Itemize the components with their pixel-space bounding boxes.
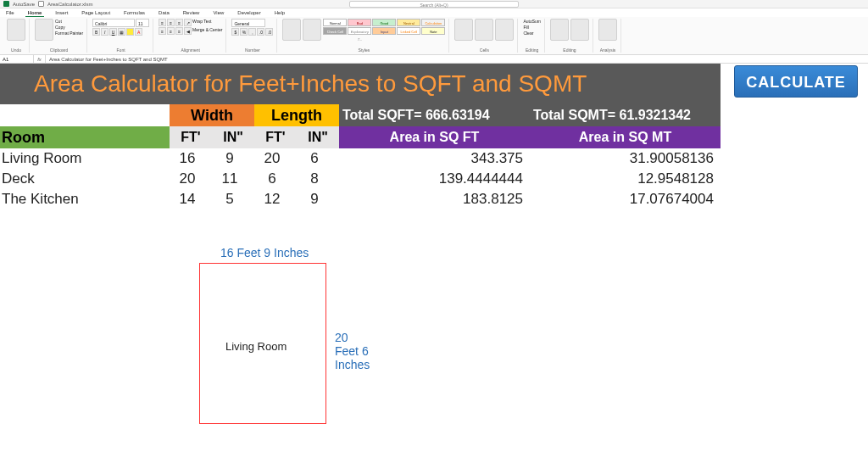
font-size-select[interactable]: 11 [136,19,149,27]
format-cells-icon[interactable] [495,19,514,41]
cell-room-name[interactable]: Living Room [0,148,170,169]
font-color-button[interactable]: A [135,28,142,36]
table-row: Living Room 16 9 20 6 343.375 31.9005813… [0,148,721,169]
autosave-toggle[interactable]: AutoSave [13,2,35,7]
tab-file[interactable]: File [3,9,17,16]
format-painter-button[interactable]: Format Painter [55,31,83,36]
cell-sqmt[interactable]: 12.9548128 [530,169,721,189]
header-total-sqmt: Total SQMT= 61.9321342 [530,104,721,126]
header-area-sqft: Area in SQ FT [339,126,530,148]
tab-view[interactable]: View [210,9,226,16]
style-expl[interactable]: Explanatory T... [348,27,371,35]
number-format-select[interactable]: General [231,19,265,27]
fill-button[interactable]: Fill [523,25,528,30]
currency-button[interactable]: $ [231,28,239,36]
style-calc[interactable]: Calculation [421,19,445,26]
format-as-table-icon[interactable] [303,19,321,41]
cell-width-in[interactable]: 11 [212,169,254,189]
cell-sqmt[interactable]: 17.07674004 [530,189,721,209]
align-right-button[interactable]: ≡ [175,27,183,35]
paste-icon[interactable] [7,19,25,41]
style-note[interactable]: Note [421,27,445,35]
tab-data[interactable]: Data [156,9,172,16]
tab-formulas[interactable]: Formulas [121,9,147,16]
diagram-height-label: 20 Feet 6 Inches [335,331,370,371]
name-box[interactable]: A1 [0,55,34,64]
paste-icon[interactable] [35,19,53,41]
save-icon[interactable] [38,1,44,7]
header-length-in: IN" [297,126,339,148]
cell-width-ft[interactable]: 20 [170,169,212,189]
italic-button[interactable]: I [101,28,108,36]
underline-button[interactable]: U [109,28,117,36]
orientation-button[interactable]: ↗ [184,19,192,26]
cell-width-in[interactable]: 5 [212,189,254,209]
cell-length-ft[interactable]: 20 [254,148,297,169]
analyze-data-icon[interactable] [598,19,617,41]
align-top-button[interactable]: ≡ [159,19,166,26]
tab-review[interactable]: Review [181,9,203,16]
cell-length-in[interactable]: 8 [297,169,339,189]
cell-sqft[interactable]: 139.4444444 [339,169,530,189]
fx-icon[interactable]: fx [34,55,46,64]
cell-width-ft[interactable]: 14 [170,189,212,209]
cut-button[interactable]: Cut [55,19,83,24]
dec-decimal-button[interactable]: .0 [265,28,273,36]
percent-button[interactable]: % [240,28,248,36]
style-bad[interactable]: Bad [348,19,371,26]
table-row: Deck 20 11 6 8 139.4444444 12.9548128 [0,169,721,189]
style-neutral[interactable]: Neutral [397,19,420,26]
style-normal[interactable]: Normal [323,19,347,26]
delete-cells-icon[interactable] [475,19,493,41]
align-middle-button[interactable]: ≡ [167,19,175,26]
conditional-formatting-icon[interactable] [282,19,301,41]
wrap-text-button[interactable]: Wrap Text [192,19,211,26]
style-input[interactable]: Input [372,27,396,35]
style-good[interactable]: Good [372,19,396,26]
comma-button[interactable]: , [248,28,256,36]
cell-length-ft[interactable]: 12 [254,189,297,209]
formula-bar: A1 fx Area Calculator for Feet+Inches to… [0,55,868,64]
cell-length-in[interactable]: 6 [297,148,339,169]
calculate-button[interactable]: CALCULATE [734,65,858,98]
align-bottom-button[interactable]: ≡ [175,19,183,26]
tab-page-layout[interactable]: Page Layout [79,9,113,16]
ribbon-group-number: Number [231,47,273,53]
autosum-button[interactable]: AutoSum [523,19,541,24]
style-check[interactable]: Check Cell [323,27,347,35]
style-linked[interactable]: Linked Cell [397,27,420,35]
clear-button[interactable]: Clear [523,31,533,36]
cell-sqmt[interactable]: 31.90058136 [530,148,721,169]
align-center-button[interactable]: ≡ [167,27,175,35]
border-button[interactable]: ▦ [118,28,125,36]
worksheet[interactable]: Area Calculator for Feet+Inches to SQFT … [0,64,868,209]
bold-button[interactable]: B [92,28,100,36]
indent-less-button[interactable]: ◀ [184,27,192,35]
merge-center-button[interactable]: Merge & Center [192,27,222,35]
search-input[interactable]: Search (Alt+Q) [349,1,519,8]
cell-length-in[interactable]: 9 [297,189,339,209]
sort-filter-icon[interactable] [550,19,569,41]
find-select-icon[interactable] [570,19,589,41]
align-left-button[interactable]: ≡ [159,27,166,35]
cell-sqft[interactable]: 183.8125 [339,189,530,209]
cell-sqft[interactable]: 343.375 [339,148,530,169]
ribbon-tabs: File Home Insert Page Layout Formulas Da… [0,8,868,17]
ribbon-group-editing2: Editing [550,47,589,53]
cell-room-name[interactable]: The Kitchen [0,189,170,209]
copy-button[interactable]: Copy [55,25,83,30]
formula-input[interactable]: Area Calculator for Feet+Inches to SQFT … [46,55,168,64]
insert-cells-icon[interactable] [454,19,473,41]
font-name-select[interactable]: Calibri [92,19,135,27]
tab-home[interactable]: Home [25,9,45,17]
cell-length-ft[interactable]: 6 [254,169,297,189]
cell-width-ft[interactable]: 16 [170,148,212,169]
inc-decimal-button[interactable]: .0 [257,28,264,36]
excel-icon [3,1,9,7]
tab-developer[interactable]: Developer [235,9,263,16]
cell-width-in[interactable]: 9 [212,148,254,169]
fill-color-button[interactable] [126,28,134,36]
cell-room-name[interactable]: Deck [0,169,170,189]
tab-help[interactable]: Help [272,9,287,16]
tab-insert[interactable]: Insert [53,9,70,16]
